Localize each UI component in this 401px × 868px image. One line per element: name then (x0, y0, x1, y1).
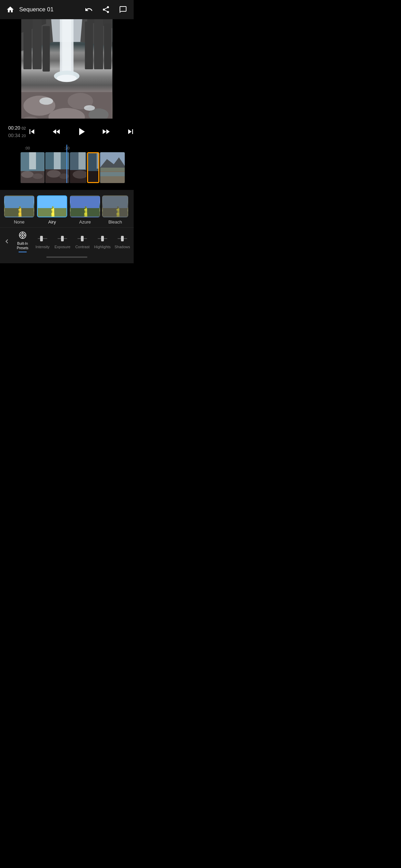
playback-section: 00:20 02 00:34 20 (0, 119, 134, 143)
svg-rect-46 (5, 196, 34, 208)
svg-rect-7 (43, 26, 50, 72)
svg-rect-68 (117, 213, 119, 215)
clip-number-badge: 02 (22, 125, 26, 132)
undo-button[interactable] (84, 4, 94, 15)
timeline-section: :00 :20 (0, 143, 134, 183)
toolbar-item-highlights[interactable]: Highlights (93, 234, 112, 249)
time-display: 00:20 02 00:34 20 (8, 124, 26, 140)
timeline-track-area (0, 152, 134, 183)
preset-bleach-label: Bleach (108, 219, 122, 225)
skip-to-start-button[interactable] (26, 125, 38, 138)
shadows-slider-icon (118, 234, 127, 243)
svg-rect-39 (88, 171, 99, 183)
playback-controls (26, 123, 134, 141)
exposure-slider-icon (58, 234, 67, 243)
step-forward-button[interactable] (100, 125, 112, 138)
svg-rect-38 (97, 153, 99, 169)
toolbar-item-shadows[interactable]: Shadows (112, 234, 132, 249)
svg-point-26 (21, 171, 34, 178)
svg-rect-9 (94, 19, 104, 69)
toolbar-item-contrast[interactable]: Contrast (72, 234, 92, 249)
svg-point-31 (47, 170, 61, 178)
presets-section: None Airy (0, 190, 134, 227)
frame-badge: 20 (22, 133, 26, 139)
spacer (0, 183, 134, 190)
svg-rect-50 (19, 213, 21, 215)
toolbar-back-button[interactable] (1, 235, 13, 248)
svg-rect-5 (24, 24, 32, 70)
preset-bleach-thumb (102, 195, 128, 217)
svg-rect-64 (103, 196, 128, 208)
timeline-clip-5[interactable] (100, 152, 125, 183)
toolbar-items: Built-InPresets Intensity Exposure (0, 230, 134, 252)
svg-rect-12 (62, 19, 72, 79)
toolbar-shadows-label: Shadows (114, 245, 130, 249)
svg-rect-24 (29, 152, 36, 169)
toolbar-item-exposure[interactable]: Exposure (52, 234, 72, 249)
timeline-clip-3[interactable] (70, 152, 86, 183)
timeline-clip-4-selected[interactable] (87, 152, 99, 183)
project-title: Sequence 01 (19, 6, 84, 13)
timeline-clip-2[interactable] (45, 152, 69, 183)
play-button[interactable] (75, 125, 87, 138)
svg-rect-8 (85, 22, 93, 69)
comments-button[interactable] (118, 4, 128, 15)
svg-rect-69 (117, 209, 119, 210)
home-button[interactable] (5, 5, 15, 14)
active-indicator (19, 252, 27, 252)
header-actions (84, 4, 128, 15)
timeline-clip-1[interactable] (21, 152, 45, 183)
preset-none[interactable]: None (3, 195, 36, 225)
preset-none-thumb (4, 195, 34, 217)
header: Sequence 01 (0, 0, 134, 19)
toolbar-highlights-label: Highlights (94, 245, 111, 249)
svg-rect-51 (19, 209, 21, 210)
svg-point-22 (84, 105, 95, 111)
step-back-button[interactable] (50, 125, 63, 138)
svg-rect-6 (33, 19, 42, 69)
preset-airy[interactable]: Airy (36, 195, 69, 225)
svg-point-27 (33, 173, 43, 179)
svg-rect-34 (78, 152, 85, 169)
presets-scroll: None Airy (0, 195, 134, 225)
svg-point-72 (22, 234, 23, 236)
video-preview (0, 19, 134, 119)
svg-rect-52 (38, 196, 67, 208)
toolbar-contrast-label: Contrast (75, 245, 90, 249)
skip-to-end-button[interactable] (124, 125, 134, 138)
toolbar-builtin-label: Built-InPresets (17, 241, 28, 250)
preset-bleach[interactable]: Bleach (101, 195, 129, 225)
bottom-toolbar: Built-InPresets Intensity Exposure (0, 227, 134, 263)
svg-point-14 (57, 75, 77, 82)
svg-rect-63 (84, 209, 87, 210)
svg-rect-57 (51, 209, 54, 210)
svg-rect-29 (54, 152, 61, 169)
share-button[interactable] (101, 4, 111, 15)
builtin-presets-icon (18, 230, 27, 240)
svg-rect-10 (104, 24, 111, 70)
svg-point-32 (59, 173, 69, 179)
timeline-marker-start: :00 (25, 146, 30, 150)
video-frame (21, 19, 112, 119)
toolbar-exposure-label: Exposure (54, 245, 70, 249)
svg-point-21 (39, 98, 53, 105)
preset-airy-thumb (37, 195, 67, 217)
toolbar-intensity-label: Intensity (36, 245, 50, 249)
home-bar (46, 256, 87, 258)
preset-azure-label: Azure (79, 219, 91, 225)
playhead-extension (66, 152, 67, 169)
highlights-slider-icon (98, 234, 107, 243)
preset-azure-thumb (70, 195, 100, 217)
toolbar-item-intensity[interactable]: Intensity (33, 234, 52, 249)
svg-rect-65 (103, 208, 128, 217)
toolbar-item-builtin-presets[interactable]: Built-InPresets (13, 230, 33, 252)
preset-none-label: None (14, 219, 24, 225)
preset-azure[interactable]: Azure (69, 195, 101, 225)
intensity-slider-icon (38, 234, 47, 243)
contrast-slider-icon (77, 234, 87, 243)
svg-rect-58 (71, 196, 100, 208)
svg-rect-62 (84, 213, 87, 215)
svg-rect-45 (100, 172, 125, 176)
time-total: 00:34 (8, 132, 20, 139)
time-current: 00:20 (8, 124, 20, 132)
